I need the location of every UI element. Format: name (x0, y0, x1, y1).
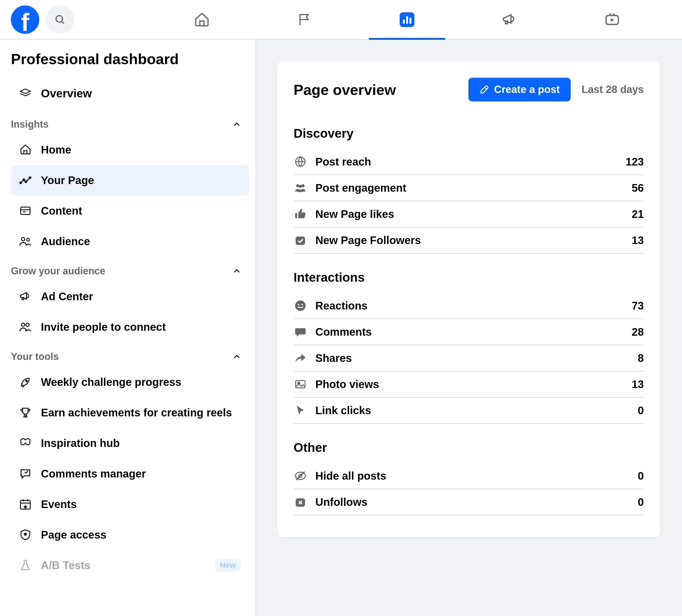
section-header-tools[interactable]: Your tools (11, 347, 249, 367)
sidebar-item-ad-center[interactable]: Ad Center (11, 281, 249, 312)
sidebar-item-label: Audience (41, 235, 90, 247)
sidebar-item-label: Your Page (41, 174, 94, 187)
eye-off-icon (294, 469, 307, 483)
metric-unfollows[interactable]: Unfollows 0 (294, 489, 644, 515)
metric-value: 56 (632, 182, 644, 194)
metric-new-followers[interactable]: New Page Followers 13 (294, 228, 644, 254)
facebook-f-icon: f (21, 10, 29, 34)
nav-flag[interactable] (288, 0, 321, 39)
search-icon (54, 14, 66, 26)
metric-label: Hide all posts (315, 470, 630, 482)
svg-point-25 (301, 304, 303, 305)
home-icon (194, 11, 210, 28)
sidebar-item-label: Earn achievements for creating reels (41, 407, 232, 419)
svg-point-24 (298, 304, 299, 305)
sidebar-item-home[interactable]: Home (11, 135, 249, 165)
sidebar-item-label: Content (41, 205, 82, 217)
section-title-discovery: Discovery (294, 126, 644, 141)
metric-shares[interactable]: Shares 8 (294, 345, 644, 372)
section-title-other: Other (294, 440, 644, 455)
sidebar-item-label: Page access (41, 529, 106, 541)
metric-label: Shares (315, 352, 630, 364)
card-header: Page overview Create a post Last 28 days (294, 78, 644, 101)
sidebar-item-weekly-challenge[interactable]: Weekly challenge progress (11, 367, 249, 397)
sidebar-item-invite[interactable]: Invite people to connect (11, 312, 249, 342)
new-badge: New (214, 559, 242, 572)
page-overview-card: Page overview Create a post Last 28 days… (277, 61, 660, 537)
svg-point-0 (56, 16, 63, 22)
video-icon (604, 11, 620, 28)
section-header-insights[interactable]: Insights (11, 114, 249, 135)
metric-label: Post reach (315, 156, 617, 168)
share-icon (294, 351, 307, 365)
create-post-button[interactable]: Create a post (469, 78, 571, 101)
metric-link-clicks[interactable]: Link clicks 0 (294, 398, 644, 424)
metric-post-reach[interactable]: Post reach 123 (294, 149, 644, 175)
sidebar-item-your-page[interactable]: Your Page (11, 165, 249, 195)
svg-rect-26 (296, 381, 305, 388)
rocket-icon (19, 375, 32, 389)
section-header-grow[interactable]: Grow your audience (11, 261, 249, 281)
svg-point-3 (20, 182, 22, 184)
comment-icon (19, 467, 32, 480)
create-post-label: Create a post (494, 84, 560, 95)
megaphone-icon (19, 290, 32, 303)
nav-video[interactable] (596, 0, 629, 39)
svg-point-20 (301, 184, 305, 188)
svg-point-14 (26, 380, 27, 382)
invite-icon (19, 320, 32, 334)
metric-label: Post engagement (315, 182, 623, 194)
search-button[interactable] (46, 5, 74, 34)
svg-point-17 (24, 533, 26, 535)
section-label: Grow your audience (11, 265, 105, 277)
sidebar-item-content[interactable]: Content (11, 195, 249, 226)
sidebar-item-label: A/B Tests (41, 559, 91, 572)
content-icon (19, 204, 32, 218)
chevron-up-icon (232, 352, 242, 361)
metric-photo-views[interactable]: Photo views 13 (294, 372, 644, 398)
facebook-logo[interactable]: f (11, 5, 39, 34)
svg-rect-7 (21, 207, 30, 215)
svg-point-21 (299, 185, 302, 188)
metric-post-engagement[interactable]: Post engagement 56 (294, 175, 644, 201)
sidebar-item-inspiration[interactable]: Inspiration hub (11, 428, 249, 458)
sidebar-item-audience[interactable]: Audience (11, 226, 249, 257)
sidebar-item-label: Inspiration hub (41, 437, 120, 449)
metric-new-likes[interactable]: New Page likes 21 (294, 201, 644, 228)
sidebar-overview[interactable]: Overview (11, 78, 249, 109)
svg-point-4 (23, 179, 25, 181)
chart-icon (19, 173, 32, 187)
sidebar-item-achievements[interactable]: Earn achievements for creating reels (11, 397, 249, 428)
metric-label: New Page Followers (315, 234, 623, 246)
metric-value: 0 (638, 470, 644, 482)
sidebar-item-page-access[interactable]: Page access (11, 519, 249, 550)
thumb-icon (294, 207, 307, 221)
top-header: f (0, 0, 682, 40)
section-label: Your tools (11, 351, 59, 362)
sidebar-item-ab-tests[interactable]: A/B Tests New (11, 550, 249, 581)
chevron-up-icon (232, 266, 242, 276)
sidebar-item-comments[interactable]: Comments manager (11, 458, 249, 489)
metric-hide-posts[interactable]: Hide all posts 0 (294, 463, 644, 489)
flask-icon (19, 559, 32, 572)
photo-icon (294, 377, 307, 391)
shield-icon (19, 528, 32, 542)
main: Page overview Create a post Last 28 days… (255, 40, 682, 616)
metric-value: 13 (632, 378, 644, 390)
svg-point-6 (29, 177, 31, 179)
metric-label: New Page likes (315, 208, 623, 220)
follow-icon (294, 233, 307, 247)
metric-label: Comments (315, 326, 623, 338)
nav-ads[interactable] (493, 0, 526, 39)
comment-icon (294, 325, 307, 339)
metric-comments[interactable]: Comments 28 (294, 319, 644, 345)
sidebar-item-label: Home (41, 144, 71, 156)
sidebar-item-label: Weekly challenge progress (41, 376, 181, 388)
sidebar-overview-label: Overview (41, 87, 92, 100)
nav-home[interactable] (185, 0, 218, 39)
flag-icon (297, 12, 312, 27)
sidebar-item-events[interactable]: Events (11, 489, 249, 519)
nav-insights[interactable] (391, 0, 424, 39)
metric-reactions[interactable]: Reactions 73 (294, 293, 644, 319)
audience-icon (19, 235, 32, 248)
